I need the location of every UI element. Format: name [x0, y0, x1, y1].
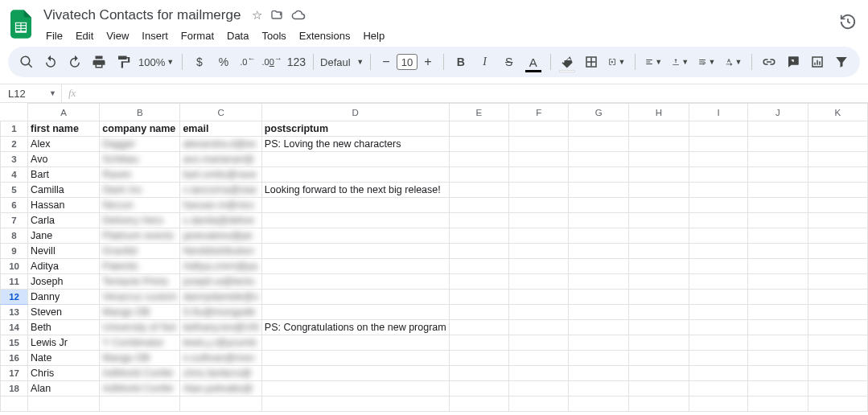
cell[interactable] [449, 198, 508, 213]
cell[interactable] [261, 152, 449, 167]
cell[interactable]: n.sullivan@mon [180, 351, 261, 366]
cell[interactable] [808, 351, 868, 366]
cell[interactable] [629, 366, 689, 381]
cell[interactable]: Nate [28, 351, 100, 366]
insert-comment-button[interactable] [783, 51, 804, 72]
cell[interactable] [808, 137, 868, 152]
row-header[interactable]: 2 [1, 137, 28, 152]
cell[interactable] [261, 366, 449, 381]
cell[interactable] [569, 183, 629, 198]
bold-button[interactable]: B [450, 51, 471, 72]
row-header[interactable]: 6 [1, 198, 28, 213]
cell[interactable] [629, 290, 689, 305]
text-wrap-button[interactable]: ▼ [695, 51, 718, 72]
cell[interactable] [748, 152, 808, 167]
cell[interactable] [808, 167, 868, 183]
cell[interactable] [689, 351, 748, 366]
cell[interactable] [449, 121, 508, 137]
cell[interactable] [748, 228, 808, 244]
cell[interactable] [509, 290, 569, 305]
cell[interactable] [689, 121, 748, 137]
cell[interactable] [509, 137, 569, 152]
cell[interactable] [689, 213, 748, 228]
cell[interactable]: Platinum events [100, 228, 180, 244]
row-header[interactable]: 7 [1, 213, 28, 228]
row-header[interactable]: 8 [1, 228, 28, 244]
cell[interactable] [629, 397, 689, 412]
cell[interactable] [261, 290, 449, 305]
cell[interactable] [748, 259, 808, 274]
cell[interactable]: Carla [28, 213, 100, 228]
cell[interactable] [569, 137, 629, 152]
column-header-F[interactable]: F [509, 104, 569, 121]
cell[interactable]: Schibau [100, 152, 180, 167]
cell[interactable] [509, 213, 569, 228]
cell[interactable]: Mango DB [100, 351, 180, 366]
cell[interactable] [569, 259, 629, 274]
font-family-select[interactable]: Defaul… [320, 56, 352, 68]
cell[interactable] [689, 335, 748, 351]
cell[interactable] [509, 183, 569, 198]
cell[interactable] [689, 228, 748, 244]
cell[interactable] [629, 244, 689, 259]
cell[interactable]: bart.smits@rave [180, 167, 261, 183]
cell[interactable] [808, 213, 868, 228]
cell[interactable] [449, 274, 508, 290]
cell[interactable] [748, 137, 808, 152]
cell[interactable]: Nevildistribution [180, 244, 261, 259]
cell[interactable] [449, 351, 508, 366]
cell[interactable] [629, 121, 689, 137]
spreadsheet-grid[interactable]: ABCDEFGHIJK 1first namecompany nameemail… [0, 103, 868, 415]
fill-color-button[interactable] [557, 51, 578, 72]
cell[interactable]: S.fiu@mongodb [180, 305, 261, 320]
strikethrough-button[interactable]: S [499, 51, 520, 72]
increase-decimal[interactable]: .00→ [261, 51, 282, 72]
cell[interactable] [629, 274, 689, 290]
column-header-D[interactable]: D [261, 104, 449, 121]
column-header-C[interactable]: C [180, 104, 261, 121]
cell[interactable]: University of Not [100, 320, 180, 335]
cell[interactable] [748, 366, 808, 381]
cell[interactable] [261, 228, 449, 244]
cell[interactable] [569, 305, 629, 320]
cell[interactable]: Raven [100, 167, 180, 183]
filter-button[interactable] [831, 51, 852, 72]
cell[interactable] [748, 213, 808, 228]
row-header[interactable]: 13 [1, 305, 28, 320]
cell[interactable] [748, 381, 808, 397]
cell[interactable] [509, 167, 569, 183]
cell[interactable] [808, 320, 868, 335]
row-header[interactable]: 16 [1, 351, 28, 366]
cell[interactable] [629, 213, 689, 228]
cell[interactable] [569, 274, 629, 290]
cell[interactable]: Dagger [100, 137, 180, 152]
cell[interactable]: Alan.polivalto@ [180, 381, 261, 397]
cell[interactable] [808, 366, 868, 381]
cell[interactable] [449, 167, 508, 183]
cell[interactable]: AdWorld Confer [100, 366, 180, 381]
menu-edit[interactable]: Edit [70, 27, 99, 44]
cell[interactable]: Avo [28, 152, 100, 167]
cell[interactable] [808, 244, 868, 259]
cell[interactable] [629, 167, 689, 183]
cell[interactable] [748, 198, 808, 213]
cell[interactable]: Y Combinator [100, 335, 180, 351]
menu-file[interactable]: File [40, 27, 68, 44]
cell[interactable] [180, 397, 261, 412]
menu-view[interactable]: View [101, 27, 134, 44]
cell[interactable] [569, 121, 629, 137]
cell[interactable] [449, 381, 508, 397]
borders-button[interactable] [581, 51, 602, 72]
row-header[interactable]: 3 [1, 152, 28, 167]
cell[interactable] [449, 366, 508, 381]
cell[interactable] [449, 244, 508, 259]
cell[interactable]: email [180, 121, 261, 137]
cell[interactable] [689, 198, 748, 213]
cell[interactable] [509, 381, 569, 397]
cell[interactable] [261, 244, 449, 259]
cell[interactable] [449, 152, 508, 167]
cell[interactable]: Alan [28, 381, 100, 397]
cell[interactable] [689, 244, 748, 259]
row-header[interactable]: 17 [1, 366, 28, 381]
cell[interactable]: postscriptum [261, 121, 449, 137]
